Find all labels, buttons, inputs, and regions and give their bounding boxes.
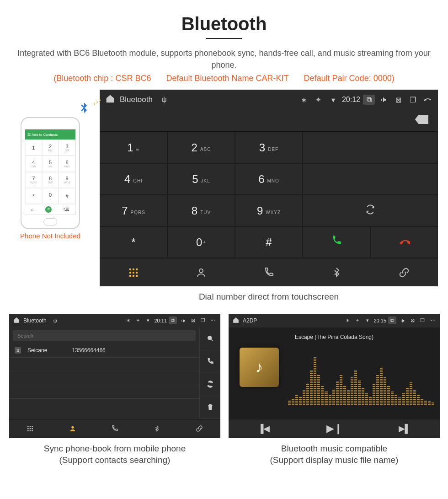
- page-description: Integrated with BC6 Bluetooth module, su…: [9, 47, 439, 71]
- location-icon: ⌖: [353, 317, 362, 323]
- call-button[interactable]: [303, 226, 370, 258]
- contact-row-empty: [9, 399, 199, 419]
- side-search-icon[interactable]: [199, 327, 220, 350]
- back-icon[interactable]: ⤺: [428, 317, 437, 323]
- recent-apps-icon[interactable]: ❐: [199, 317, 207, 323]
- home-icon[interactable]: [232, 317, 240, 324]
- nav-link[interactable]: [370, 258, 438, 286]
- svg-rect-18: [30, 430, 31, 432]
- sync-button[interactable]: [303, 195, 438, 226]
- screenshot-icon[interactable]: ⧉: [363, 95, 375, 105]
- location-icon: ⌖: [313, 96, 325, 104]
- svg-rect-4: [133, 272, 134, 274]
- nav-contacts[interactable]: [51, 419, 93, 438]
- spec-pair-code: Default Pair Code: 0000): [304, 74, 395, 83]
- svg-rect-17: [27, 430, 29, 432]
- svg-rect-14: [27, 428, 29, 429]
- close-icon[interactable]: ⊠: [408, 317, 416, 323]
- key-7[interactable]: 7PQRS: [100, 195, 167, 226]
- phonebook-caption: Sync phone-book from mobile phone (Suppo…: [9, 443, 220, 466]
- key-2[interactable]: 2ABC: [167, 132, 235, 163]
- svg-rect-8: [136, 275, 138, 277]
- volume-icon[interactable]: 🕩: [378, 96, 389, 104]
- recent-apps-icon[interactable]: ❐: [418, 317, 427, 323]
- key-hash[interactable]: #: [235, 226, 303, 258]
- contact-name: Seicane: [27, 347, 47, 354]
- search-input[interactable]: Search: [13, 330, 196, 341]
- close-icon[interactable]: ⊠: [189, 317, 197, 323]
- volume-icon[interactable]: 🕩: [179, 318, 187, 323]
- close-icon[interactable]: ⊠: [392, 96, 404, 104]
- spec-chip: (Bluetooth chip : CSR BC6: [53, 74, 151, 83]
- app-title: Bluetooth: [120, 95, 153, 104]
- home-icon[interactable]: [104, 94, 116, 105]
- key-1[interactable]: 1∞: [100, 132, 167, 163]
- nav-bluetooth[interactable]: [303, 258, 370, 286]
- volume-icon[interactable]: 🕩: [398, 318, 406, 323]
- key-0[interactable]: 0+: [167, 226, 235, 258]
- screenshot-icon[interactable]: ⧉: [388, 317, 396, 324]
- contact-number: 13566664466: [72, 347, 105, 354]
- key-3[interactable]: 3DEF: [235, 132, 303, 163]
- back-icon[interactable]: ⤺: [421, 94, 433, 106]
- backspace-button[interactable]: [415, 114, 429, 127]
- track-title: Escape (The Pina Colada Song): [229, 334, 440, 340]
- bluetooth-status-icon: ∗: [124, 317, 132, 323]
- key-4[interactable]: 4GHI: [100, 163, 167, 195]
- contact-row[interactable]: S Seicane 13566664466: [9, 344, 199, 358]
- dial-display: [100, 110, 438, 132]
- recent-apps-icon[interactable]: ❐: [407, 96, 419, 104]
- key-6[interactable]: 6MNO: [235, 163, 303, 195]
- clock: 20:12: [342, 96, 360, 104]
- back-icon[interactable]: ⤺: [209, 317, 217, 323]
- wifi-icon: ▾: [363, 317, 372, 323]
- nav-keypad[interactable]: [9, 419, 51, 438]
- dialer-screenshot: Bluetooth ψ ∗ ⌖ ▾ 20:12 ⧉ 🕩 ⊠ ❐ ⤺ 1∞2ABC…: [100, 90, 438, 286]
- svg-rect-2: [136, 268, 138, 270]
- bluetooth-icon: › › ›: [77, 102, 91, 118]
- side-call-icon[interactable]: [199, 350, 220, 373]
- bluetooth-status-icon: ∗: [298, 96, 310, 104]
- side-sync-icon[interactable]: [199, 373, 220, 396]
- prev-track-button[interactable]: ▐◀: [229, 419, 299, 438]
- page-title: Bluetooth: [9, 14, 439, 34]
- home-icon[interactable]: [12, 317, 21, 324]
- play-pause-button[interactable]: ▶❙: [299, 419, 369, 438]
- nav-recents[interactable]: [235, 258, 303, 286]
- clock: 20:15: [373, 318, 386, 323]
- key-5[interactable]: 5JKL: [167, 163, 235, 195]
- phone-home-button: [43, 218, 57, 225]
- equalizer-visual: [288, 355, 434, 405]
- nav-bluetooth[interactable]: [136, 419, 178, 438]
- usb-icon: ψ: [158, 96, 170, 104]
- key-8[interactable]: 8TUV: [167, 195, 235, 226]
- app-title: A2DP: [243, 317, 257, 324]
- nav-contacts[interactable]: [167, 258, 235, 286]
- screenshot-icon[interactable]: ⧉: [169, 317, 177, 324]
- svg-rect-6: [129, 275, 131, 277]
- key-9[interactable]: 9WXYZ: [235, 195, 303, 226]
- key-empty: [303, 132, 438, 163]
- svg-rect-13: [32, 426, 33, 427]
- svg-rect-11: [27, 426, 29, 427]
- phone-not-included-label: Phone Not Included: [9, 232, 91, 240]
- svg-rect-16: [32, 428, 33, 429]
- next-track-button[interactable]: ▶▌: [369, 419, 440, 438]
- side-delete-icon[interactable]: [199, 396, 220, 419]
- nav-link[interactable]: [178, 419, 220, 438]
- phone-mockup: › › › ☰ Add to Contacts 12ABC3DEF4GHI5JK…: [21, 117, 80, 229]
- svg-point-20: [71, 426, 74, 429]
- dialer-caption: Dial number direct from touchscreen: [100, 291, 438, 303]
- wifi-icon: ▾: [327, 96, 339, 104]
- wifi-icon: ▾: [144, 317, 152, 323]
- svg-rect-3: [129, 272, 131, 274]
- key-star[interactable]: *: [100, 226, 167, 258]
- svg-rect-5: [136, 272, 138, 274]
- svg-rect-1: [133, 268, 134, 270]
- hangup-button[interactable]: [370, 226, 438, 258]
- contact-row-empty: [9, 358, 199, 371]
- svg-rect-0: [129, 268, 131, 270]
- nav-keypad[interactable]: [100, 258, 167, 286]
- nav-recents[interactable]: [94, 419, 136, 438]
- svg-rect-7: [133, 275, 134, 277]
